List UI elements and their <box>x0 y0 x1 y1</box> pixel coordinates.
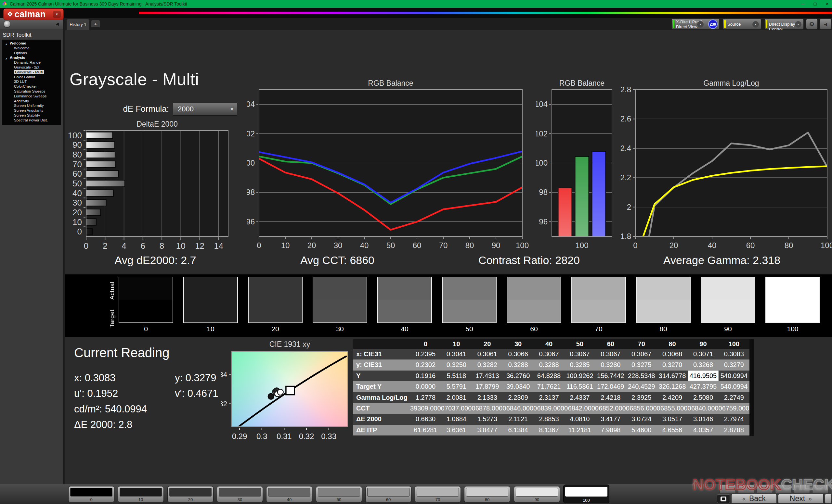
add-tab-button[interactable]: + <box>91 20 100 27</box>
table-cell: 5.5791 <box>441 381 472 392</box>
table-cell: 2.7974 <box>719 414 750 424</box>
rgb-balance-line-chart: 96981001021040102030405060708090100RGB B… <box>247 79 530 256</box>
footer-level-card[interactable]: 50 <box>316 486 362 502</box>
svg-text:0.3: 0.3 <box>256 432 267 441</box>
display-mode-button[interactable] <box>717 494 730 503</box>
table-cell: 36.2760 <box>503 370 534 381</box>
table-cell: 7.9898 <box>595 425 626 436</box>
grayscale-swatch <box>248 277 303 323</box>
footer-level-card[interactable]: 60 <box>365 486 412 502</box>
table-cell: 3.6361 <box>441 425 472 436</box>
chevron-down-icon[interactable]: ▼ <box>697 21 704 28</box>
sidebar-item-screen-angularity[interactable]: Screen Angularity <box>2 108 61 113</box>
logo-band <box>0 8 832 18</box>
toolbar-stub-button[interactable] <box>775 484 791 493</box>
sidebar-item-welcome[interactable]: ◢Welcome <box>2 41 61 46</box>
footer-level-card[interactable]: 0 <box>68 486 114 502</box>
overflow-button[interactable] <box>825 494 831 504</box>
table-cell: 3.8477 <box>472 425 503 436</box>
cie-1931-chart: 0.290.30.310.320.330.320.34CIE 1931 xy <box>221 338 363 448</box>
table-cell: 0.3285 <box>564 360 595 370</box>
settings-button[interactable]: ⚙ <box>806 19 818 30</box>
reading-y: y: 0.3279 <box>175 372 216 384</box>
table-cell: 3.0517 <box>657 414 688 424</box>
chevron-down-icon[interactable]: ▼ <box>752 21 759 28</box>
calman-logo-button[interactable]: ❖ calman ▼ <box>3 8 64 20</box>
sidebar-item-screen-uniformity[interactable]: Screen Uniformity <box>2 103 61 108</box>
table-cell: 0.3270 <box>657 360 688 370</box>
sidebar-item-colorchecker[interactable]: ColorChecker <box>2 84 61 89</box>
toolbar-stub-button[interactable] <box>812 484 828 493</box>
table-cell: 2.4337 <box>564 392 595 403</box>
table-cell: 0.3071 <box>688 349 719 360</box>
footer-level-card[interactable]: 70 <box>415 486 461 502</box>
table-row: Target Y0.00005.579117.879939.034071.762… <box>353 381 750 392</box>
table-column-header: 20 <box>472 339 503 349</box>
collapse-panel-button[interactable]: ◀ <box>820 19 831 30</box>
de-formula-select[interactable]: 2000 ▼ <box>173 103 237 116</box>
footer-swatch <box>565 487 607 497</box>
table-cell: 0.3250 <box>441 360 472 370</box>
collapse-sidebar-icon[interactable]: ◀ <box>54 21 60 27</box>
table-column-header: 70 <box>626 339 657 349</box>
table-cell: 0.3279 <box>719 360 750 370</box>
close-button[interactable]: ✕ <box>826 2 829 6</box>
table-header-row: 0102030405060708090100 <box>353 339 750 349</box>
meter-dropdown[interactable]: X-Rite i1Pro 2 Direct View ▼ 239 <box>672 19 720 30</box>
footer-level-card[interactable]: 100 <box>563 484 609 503</box>
table-cell: 326.1268 <box>657 381 688 392</box>
sidebar-item-grayscale-multi[interactable]: Grayscale - Multi <box>2 70 61 75</box>
footer-level-card[interactable]: 10 <box>118 486 164 502</box>
sidebar-item-spectral-power-dist-[interactable]: Spectral Power Dist. <box>2 118 61 123</box>
toolbar-stub-button[interactable] <box>738 484 754 493</box>
minimize-button[interactable]: — <box>801 2 805 6</box>
footer-level-card[interactable]: 30 <box>217 486 263 502</box>
footer-level-label: 10 <box>118 497 163 502</box>
sidebar-item-dynamic-range[interactable]: Dynamic Range <box>2 60 61 65</box>
sidebar-item-grayscale-2pt[interactable]: Grayscale - 2pt <box>2 65 61 70</box>
display-control-dropdown[interactable]: Direct Display Control ▼ <box>764 19 804 30</box>
maximize-button[interactable]: ▢ <box>813 2 817 6</box>
sidebar-item-additivity[interactable]: Additivity <box>2 99 61 104</box>
table-row: ΔE 20000.66301.06841.52732.11212.88534.0… <box>353 414 750 424</box>
panel-knob-button[interactable] <box>4 21 10 27</box>
table-cell: 5.4600 <box>626 425 657 436</box>
table-cell: 2.0081 <box>441 392 472 403</box>
table-cell: 6856.0000 <box>629 403 660 414</box>
tab-history[interactable]: History 1 <box>67 19 89 30</box>
stat-average-gamma: Average Gamma: 2.318 <box>663 254 780 267</box>
footer-level-card[interactable]: 80 <box>464 486 510 502</box>
svg-text:0: 0 <box>84 241 88 251</box>
table-cell: 6759.0000 <box>722 403 753 414</box>
table-cell: 4.0357 <box>688 425 719 436</box>
sidebar-item-options[interactable]: Options <box>2 51 61 56</box>
grayscale-swatch-label: 70 <box>571 325 626 334</box>
next-button[interactable]: Next » <box>778 494 824 504</box>
grayscale-swatch <box>183 277 238 323</box>
sidebar-item-welcome[interactable]: Welcome <box>2 46 61 51</box>
chevron-down-icon[interactable]: ▼ <box>53 11 61 18</box>
source-dropdown[interactable]: Source ▼ <box>723 19 761 30</box>
toolbar-stub-button[interactable] <box>757 484 773 493</box>
sidebar-item-analysis[interactable]: ◢Analysis <box>2 55 61 60</box>
svg-text:102: 102 <box>536 129 548 138</box>
sidebar-item-saturation-sweeps[interactable]: Saturation Sweeps <box>2 89 61 94</box>
table-cell: 6852.0000 <box>599 403 629 414</box>
spectrum-bar <box>139 12 832 14</box>
sidebar-item-color-gamut[interactable]: Color Gamut <box>2 75 61 80</box>
footer-level-label: 30 <box>217 497 263 502</box>
chevron-down-icon[interactable]: ▼ <box>795 21 802 28</box>
back-button[interactable]: « Back <box>731 494 777 504</box>
toolbar-stub-button[interactable] <box>794 484 810 493</box>
sidebar-item-luminance-sweeps[interactable]: Luminance Sweeps <box>2 94 61 99</box>
footer-level-card[interactable]: 90 <box>514 486 560 502</box>
table-cell: 427.3795 <box>688 381 719 392</box>
sidebar-item-screen-stability[interactable]: Screen Stability <box>2 113 61 118</box>
stat-contrast-ratio: Contrast Ratio: 2820 <box>478 254 580 267</box>
sidebar-item-3d-lut[interactable]: 3D LUT <box>2 79 61 84</box>
footer-level-card[interactable]: 20 <box>167 486 213 502</box>
window-title: Calman 2025 Calman Ultimate for Business… <box>10 1 187 6</box>
toolbar-stub-button[interactable] <box>720 484 736 493</box>
reading-de2000: ΔE 2000: 2.8 <box>74 419 132 430</box>
footer-level-card[interactable]: 40 <box>266 486 312 502</box>
